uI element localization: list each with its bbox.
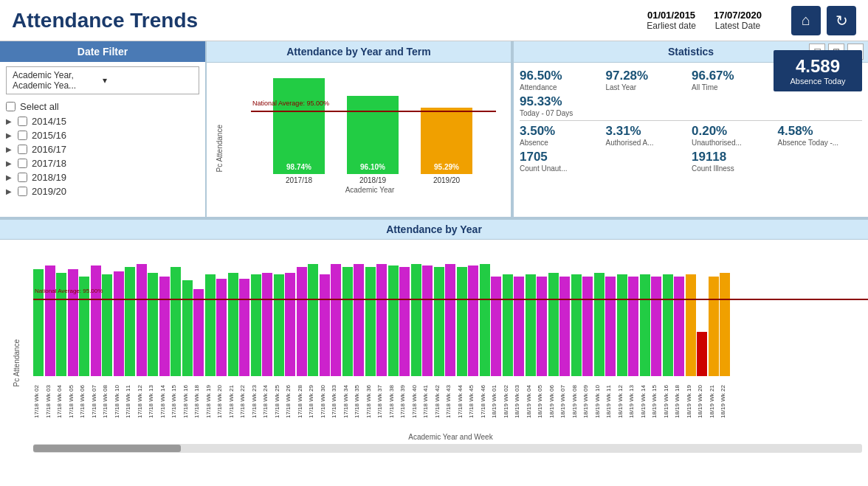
bottom-bar xyxy=(526,274,536,376)
x-axis-label: Academic Year xyxy=(244,186,496,194)
bottom-bar xyxy=(274,274,284,376)
bottom-bar xyxy=(399,267,410,376)
date-filter-panel: Date Filter Academic Year, Academic Yea.… xyxy=(0,41,207,217)
year-2016-17[interactable]: ▶ 2016/17 xyxy=(6,142,199,156)
x-label: 17/18 Wk 37 xyxy=(376,376,387,428)
x-label: 17/18 Wk 03 xyxy=(45,376,55,428)
term-chart-area: Pc Attendance National Average: 95.00% 9… xyxy=(207,63,511,217)
expand-arrow-icon: ▶ xyxy=(6,117,13,125)
bar-2018: 96.10% xyxy=(347,96,399,174)
x-label: 18/19 Wk 19 xyxy=(686,376,696,428)
x-label: 17/18 Wk 36 xyxy=(365,376,376,428)
dropdown-arrow-icon: ▾ xyxy=(103,75,193,86)
bottom-bar xyxy=(571,274,582,376)
date-filter-dropdown[interactable]: Academic Year, Academic Yea... ▾ xyxy=(6,66,199,94)
bottom-y-label: Pc Attendance xyxy=(13,339,21,387)
bottom-bar xyxy=(354,264,364,376)
stat-absence: 3.50% Absence xyxy=(520,124,604,147)
x-label: 18/19 Wk 07 xyxy=(559,376,570,428)
bottom-bar xyxy=(468,265,478,376)
select-all-checkbox[interactable] xyxy=(6,102,16,111)
x-label: 17/18 Wk 02 xyxy=(33,376,44,428)
x-label: 17/18 Wk 34 xyxy=(342,376,353,428)
bottom-bar xyxy=(91,265,101,376)
bottom-bar xyxy=(308,264,318,376)
x-label: 18/19 Wk 06 xyxy=(548,376,559,428)
x-label: 17/18 Wk 46 xyxy=(480,376,490,428)
year-checkbox-2016[interactable] xyxy=(18,145,27,154)
x-label: 17/18 Wk 26 xyxy=(285,376,295,428)
year-2015-16[interactable]: ▶ 2015/16 xyxy=(6,128,199,142)
bottom-bar xyxy=(720,273,730,376)
bottom-bar xyxy=(137,264,147,376)
x-label: 17/18 Wk 20 xyxy=(216,376,227,428)
x-label: 18/19 Wk 10 xyxy=(594,376,604,428)
bottom-bar xyxy=(411,264,421,376)
x-label: 17/18 Wk 44 xyxy=(457,376,467,428)
stats-row1b: 95.33% Today - 07 Days xyxy=(514,93,868,120)
bottom-bar xyxy=(68,269,78,376)
year-checkbox-2015[interactable] xyxy=(18,131,27,140)
year-checkbox-2017[interactable] xyxy=(18,159,27,168)
bottom-bar xyxy=(434,267,444,376)
bottom-national-line xyxy=(33,299,868,300)
bottom-bar xyxy=(228,273,238,376)
x-label: 18/19 Wk 15 xyxy=(651,376,661,428)
bottom-bars-area: National Average: 95.00% xyxy=(33,240,868,376)
x-label: 18/19 Wk 18 xyxy=(674,376,684,428)
bottom-bar xyxy=(170,267,181,376)
stat-auth-absence: 3.31% Authorised A... xyxy=(606,124,691,147)
y-axis-label: Pc Attendance xyxy=(216,125,224,173)
year-checkbox-2019[interactable] xyxy=(18,187,27,196)
stat-unauth-absence: 0.20% Unauthorised... xyxy=(692,124,776,147)
x-label: 18/19 Wk 11 xyxy=(605,376,616,428)
x-label: 17/18 Wk 22 xyxy=(239,376,249,428)
bottom-bar xyxy=(285,273,295,376)
x-label: 17/18 Wk 12 xyxy=(137,376,147,428)
bottom-bar xyxy=(559,277,570,376)
x-label: 17/18 Wk 04 xyxy=(56,376,66,428)
x-label: 17/18 Wk 28 xyxy=(297,376,307,428)
year-2019-20[interactable]: ▶ 2019/20 xyxy=(6,184,199,198)
bottom-bars xyxy=(33,240,868,376)
bottom-bar xyxy=(709,277,719,376)
bottom-section: Attendance by Year Pc Attendance Nationa… xyxy=(0,218,868,486)
year-checkbox-2014[interactable] xyxy=(18,117,27,126)
bottom-bar xyxy=(686,274,696,376)
main-content: Date Filter Academic Year, Academic Yea.… xyxy=(0,41,868,486)
x-label: 17/18 Wk 21 xyxy=(228,376,238,428)
bottom-bar xyxy=(239,279,249,376)
x-label: 18/19 Wk 16 xyxy=(663,376,673,428)
home-button[interactable]: ⌂ xyxy=(791,6,821,35)
bottom-bar xyxy=(365,267,376,376)
x-label: 18/19 Wk 14 xyxy=(640,376,650,428)
bottom-bar xyxy=(251,274,261,376)
x-label: 17/18 Wk 43 xyxy=(445,376,455,428)
scrollbar-thumb[interactable] xyxy=(33,445,181,452)
bottom-bar xyxy=(331,264,341,376)
x-label: 17/18 Wk 07 xyxy=(91,376,101,428)
select-all-item[interactable]: Select all xyxy=(6,99,199,114)
x-label: 18/19 Wk 12 xyxy=(617,376,627,428)
date-filter-header: Date Filter xyxy=(0,41,205,62)
scrollbar[interactable] xyxy=(33,444,862,453)
bottom-bar xyxy=(480,264,490,376)
x-label: 18/19 Wk 22 xyxy=(720,376,730,428)
year-2017-18[interactable]: ▶ 2017/18 xyxy=(6,156,199,170)
stats-row3: 1705 Count Unaut... 19118 Count Illness xyxy=(514,148,868,176)
bottom-bar xyxy=(457,267,467,376)
stat-count-illness: 19118 Count Illness xyxy=(692,150,862,173)
year-2018-19[interactable]: ▶ 2018/19 xyxy=(6,170,199,184)
year-checkbox-2018[interactable] xyxy=(18,173,27,182)
x-axis-labels: 17/18 Wk 0217/18 Wk 0317/18 Wk 0417/18 W… xyxy=(33,376,868,431)
bottom-chart-header: Attendance by Year xyxy=(0,220,868,240)
x-label: 18/19 Wk 05 xyxy=(537,376,547,428)
year-2014-15[interactable]: ▶ 2014/15 xyxy=(6,114,199,128)
x-label: 18/19 Wk 01 xyxy=(491,376,501,428)
x-label: 17/18 Wk 38 xyxy=(388,376,399,428)
bottom-bar xyxy=(376,264,387,376)
x-label: 18/19 Wk 21 xyxy=(709,376,719,428)
refresh-button[interactable]: ↻ xyxy=(827,6,856,35)
bottom-bar xyxy=(422,265,433,376)
bottom-bar xyxy=(594,273,604,376)
